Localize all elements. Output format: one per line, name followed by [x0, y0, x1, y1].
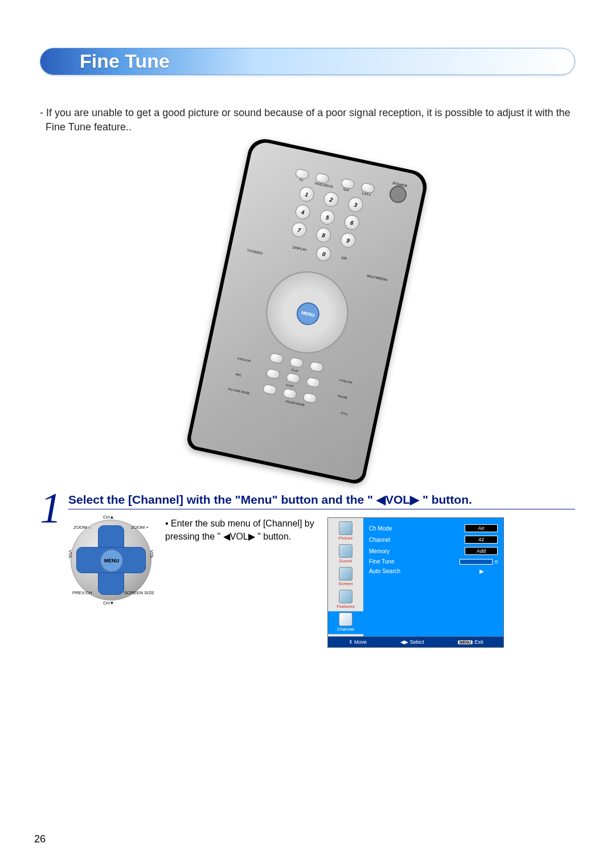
- osd-row-chmode: Ch ModeAir: [367, 523, 500, 534]
- num-0: 0: [315, 245, 333, 263]
- osd-row-autosearch: Auto Search▶: [367, 566, 500, 576]
- step-heading: Select the [Channel] with the "Menu" but…: [68, 493, 575, 509]
- channel-icon: [339, 612, 352, 626]
- osd-row-channel: Channel42: [367, 534, 500, 545]
- manual-page: Fine Tune - If you are unable to get a g…: [0, 0, 615, 868]
- step-number: 1: [40, 488, 62, 527]
- num-3: 3: [347, 196, 364, 213]
- remote-illustration: POWER TV VIDEO/DVD SAT CATV 1 2 3 4 5 6: [34, 151, 581, 470]
- osd-row-finetune: Fine Tune0: [367, 557, 500, 566]
- osd-side-channel: Channel: [328, 611, 363, 634]
- remote-menu-btn: MENU: [294, 301, 321, 327]
- picture-icon: [339, 521, 352, 535]
- mini-ch-up: CH▲: [103, 515, 114, 520]
- step-body: MENU CH▲ CH▼ ZOOM – ZOOM + PREV.CH SCREE…: [68, 517, 575, 648]
- osd-side-screen: Screen: [328, 566, 363, 589]
- mini-vol-r: VOL: [149, 550, 154, 559]
- osd-slider: [460, 559, 493, 565]
- mini-zoom-plus: ZOOM +: [131, 525, 149, 530]
- num-6: 6: [343, 214, 361, 232]
- step-bullet: • Enter the sub menu of [Channel] by pre…: [165, 517, 316, 543]
- page-number: 26: [34, 833, 46, 845]
- features-icon: [339, 590, 352, 603]
- num-8: 8: [315, 227, 333, 244]
- num-7: 7: [290, 221, 308, 239]
- page-title: Fine Tune: [80, 46, 170, 76]
- osd-footer: ⇕ Move ◀▶ Select MENUExit: [327, 637, 504, 648]
- osd-side-features: Features: [328, 589, 363, 611]
- remote-body: POWER TV VIDEO/DVD SAT CATV 1 2 3 4 5 6: [185, 136, 429, 486]
- osd-row-memory: MemoryAdd: [367, 545, 500, 557]
- multimedia-label: MULTIMEDIA: [367, 274, 388, 282]
- remote-dpad: MENU: [259, 264, 356, 361]
- osd-body: Ch ModeAir Channel42 MemoryAdd Fine Tune…: [363, 518, 503, 636]
- display-label: DISPLAY: [293, 246, 308, 252]
- num-2: 2: [322, 191, 340, 208]
- remote-face: POWER TV VIDEO/DVD SAT CATV 1 2 3 4 5 6: [189, 140, 425, 482]
- step-1: 1 Select the [Channel] with the "Menu" b…: [40, 493, 575, 648]
- mini-screensize: SCREEN SIZE: [124, 590, 154, 595]
- osd-side-picture: Picture: [328, 520, 363, 543]
- mini-vol-l: VOL: [68, 550, 73, 559]
- num-5: 5: [319, 209, 337, 227]
- screen-icon: [339, 567, 352, 581]
- tvvideo-label: TV/VIDEO: [247, 249, 263, 256]
- osd-side-sound: Sound: [328, 543, 363, 566]
- osd-sidebar: Picture Sound Screen Features Channel: [328, 518, 363, 636]
- sound-icon: [339, 544, 352, 558]
- intro-text: - If you are unable to get a good pictur…: [40, 106, 575, 134]
- num-1: 1: [298, 186, 315, 203]
- step-content: Select the [Channel] with the "Menu" but…: [68, 493, 575, 648]
- mini-prevch: PREV.CH: [72, 590, 92, 595]
- hundred-label: 100: [341, 256, 347, 261]
- mini-ch-down: CH▼: [103, 600, 114, 606]
- num-4: 4: [294, 203, 311, 221]
- num-9: 9: [339, 232, 357, 249]
- osd-screenshot: Picture Sound Screen Features Channel Ch…: [327, 517, 504, 648]
- mini-zoom-minus: ZOOM –: [73, 525, 91, 530]
- title-bar: Fine Tune: [34, 46, 581, 77]
- mini-dpad: MENU CH▲ CH▼ ZOOM – ZOOM + PREV.CH SCREE…: [68, 517, 154, 603]
